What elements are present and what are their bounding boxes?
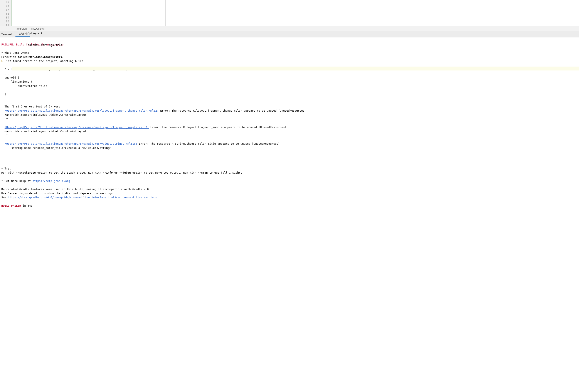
error-file-link[interactable]: /Users/jdvp/Projects/NotificationLaunche… [4, 142, 137, 145]
marker-chevron: > [1, 59, 3, 63]
snippet-line: } [1, 88, 13, 92]
line-number-gutter: 85 86 87 88 89 90 91 [0, 0, 12, 26]
terminal-tab-label: Local [18, 32, 24, 36]
see-text: See [1, 196, 8, 199]
code-line [12, 78, 579, 82]
build-time: in 54s [21, 204, 32, 207]
flag-scan: --scan [198, 171, 208, 174]
code-line: warningsAsErrors true [12, 55, 579, 59]
try-text: Run with [1, 171, 16, 174]
line-number: 89 [0, 16, 9, 20]
error-file-link[interactable]: /Users/jdvp/Projects/NotificationLaunche… [4, 109, 158, 112]
try-header: * Try: [1, 167, 11, 170]
ellipsis: ... [1, 97, 9, 100]
error-snippet: <androidx.constraintlayout.widget.Constr… [1, 130, 86, 133]
help-text: * Get more help at [1, 179, 32, 183]
code-line [12, 8, 579, 12]
error-caret: ^ [1, 134, 8, 137]
line-number: 91 [0, 23, 9, 27]
try-text: option to get more log output. Run with [131, 171, 198, 174]
terminal-panel-label: Terminal: [1, 33, 13, 36]
snippet-line: } [1, 92, 6, 96]
errors-summary: The first 3 errors (out of 5) were: [1, 105, 62, 108]
error-message: Error: The resource R.layout.fragment_ch… [158, 109, 306, 112]
build-failed-label: BUILD FAILED [1, 204, 21, 207]
try-text: or [113, 171, 119, 174]
error-message: Error: The resource R.layout.fragment_sa… [149, 126, 286, 129]
try-text: option to get the stack trace. Run with [36, 171, 103, 174]
terminal-tab-local[interactable]: Local ✕ [15, 32, 30, 37]
error-tilde: ~~~~~~~~~~~~~~~~~~~~~~~~~ [1, 150, 65, 154]
flag-debug: --debug [119, 171, 131, 174]
flag-stacktrace: --stacktrace [16, 171, 36, 174]
help-link[interactable]: https://help.gradle.org [32, 179, 70, 183]
line-number: 88 [0, 12, 9, 16]
code-line: checkAllWarnings true [12, 43, 579, 47]
terminal-output[interactable]: FAILURE: Build failed with an exception.… [0, 37, 579, 392]
error-message: Error: The resource R.string.choose_colo… [137, 142, 280, 145]
deprecated-warning: Use '--warning-mode all' to show the ind… [1, 192, 114, 195]
ellipsis: ... [1, 72, 9, 75]
error-snippet: <string name="choose_color_title">Choose… [1, 146, 111, 149]
flag-info: --info [103, 171, 113, 174]
line-number: 90 [0, 20, 9, 23]
error-snippet: <androidx.constraintlayout.widget.Constr… [1, 113, 86, 116]
error-file-link[interactable]: /Users/jdvp/Projects/NotificationLaunche… [4, 126, 149, 129]
code-line-current [12, 66, 579, 70]
line-number: 85 [0, 0, 9, 4]
close-icon[interactable]: ✕ [26, 33, 28, 35]
code-line: lintOptions { [12, 31, 579, 35]
code-editor[interactable]: 85 86 87 88 89 90 91 lintOptions { check… [0, 0, 579, 26]
deprecated-warning: Deprecated Gradle features were used in … [1, 188, 150, 191]
line-number: 87 [0, 8, 9, 12]
code-line [12, 20, 579, 23]
split-divider[interactable] [165, 0, 166, 26]
error-caret: ^ [1, 117, 8, 121]
line-number: 86 [0, 4, 9, 8]
try-text: to get full insights. [208, 171, 244, 174]
docs-link[interactable]: https://docs.gradle.org/6.6/userguide/co… [8, 196, 157, 199]
code-content[interactable]: lintOptions { checkAllWarnings true warn… [12, 0, 579, 26]
